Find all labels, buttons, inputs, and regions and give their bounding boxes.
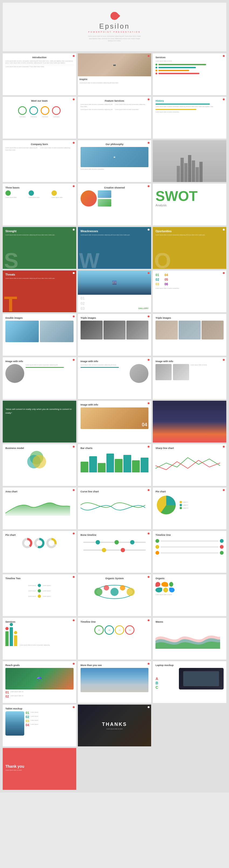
philosophy-image: 🏔 — [80, 147, 149, 167]
triple2-img-1 — [156, 320, 177, 340]
num-02: 02 — [156, 278, 159, 281]
curve-line-slide: Curve line chart — [78, 488, 152, 529]
area-svg — [5, 494, 70, 516]
business-model-slide: Business model — [3, 444, 76, 486]
inspire-body: Lorem ipsum dolor sit amet consectetur a… — [79, 82, 150, 84]
services-bars — [156, 64, 224, 74]
tl2-row-2: Lorem ipsum Lorem ipsum — [5, 589, 73, 592]
bone-line2 — [83, 550, 146, 551]
philosophy-img-icon: 🏔 — [113, 156, 115, 158]
imginfo4-photo2 — [173, 364, 189, 380]
bar-4 — [106, 454, 114, 472]
service-bar-2 — [158, 67, 196, 68]
double-img-2 — [40, 320, 73, 342]
bar-6 — [123, 455, 131, 472]
bone-dot-2 — [115, 540, 119, 545]
tl1-dot-3 — [156, 551, 159, 555]
reach-dot — [73, 663, 75, 665]
service-dot-2 — [156, 67, 157, 68]
service-bar-1 — [158, 64, 206, 65]
bar-3 — [98, 463, 106, 472]
timeline1-title: Timeline One — [156, 534, 224, 536]
tablet-item-1: 01 Lorem ipsum — [26, 711, 38, 715]
imginfo2-photo — [5, 364, 24, 383]
imginfo3-photo — [130, 364, 149, 383]
silhouette-bars — [177, 155, 203, 182]
base-1: Lorem ipsum dolor — [5, 190, 28, 198]
imginfo2-text: Lorem ipsum dolor sit amet consectetur a… — [26, 364, 73, 366]
triple2-img-3 — [201, 320, 224, 340]
sil-bar-2 — [181, 158, 184, 182]
thank-you-sub: Lorem ipsum dolor sit amet — [5, 769, 73, 771]
donut1 — [22, 538, 33, 549]
showreel-title: Creative showreel — [80, 186, 149, 189]
area-chart-slide: Area chart — [3, 488, 76, 529]
showreel-dot — [148, 185, 150, 187]
svg-point-8 — [94, 588, 102, 596]
swot-analysis-slide: SWOT Analysis — [153, 184, 226, 225]
bar-5 — [115, 459, 123, 472]
pie1-container: Label 1 Label 2 Label 3 — [156, 494, 224, 516]
base-2: Lorem ipsum dolor — [29, 190, 51, 198]
imginfo3-text-col: Lorem ipsum dolor sit amet consectetur a… — [80, 364, 129, 383]
tl2-text-r1: Lorem ipsum — [43, 585, 73, 586]
image-info1-slide: 01 02 03 04 05 06 Lorem ipsum dolor sit … — [153, 271, 226, 312]
pie1-leg-1: Label 1 — [180, 501, 188, 503]
history-dot — [223, 98, 225, 100]
pie1-svg — [156, 494, 177, 516]
team-title: Meet our team — [5, 99, 73, 102]
tl2-node-2 — [38, 589, 41, 592]
num-06: 06 — [165, 282, 168, 286]
pie-chart2-slide: Pie chart — [3, 531, 76, 573]
reach-num-2: 02 — [5, 695, 9, 698]
services-slide: Services Lorem ipsum dolor sit amet — [153, 53, 226, 95]
company-title: Company born — [5, 143, 73, 146]
tablet-num-4: 04 — [26, 723, 29, 727]
pie2-donuts — [5, 538, 73, 549]
curve-line-dot — [148, 489, 150, 491]
donut2 — [34, 538, 45, 549]
sil-bar-3 — [184, 163, 188, 182]
tl1-line-2 — [161, 547, 219, 548]
svg-point-12 — [120, 585, 125, 591]
num-03: 03 — [156, 282, 159, 286]
silhouette-bg — [153, 140, 226, 182]
bar-1 — [80, 462, 88, 472]
intro-body: Lorem ipsum dolor sit amet, consectetur … — [5, 60, 73, 64]
waves-title: Waves — [156, 620, 224, 623]
svc2-dot-3 — [14, 631, 17, 634]
bar-7 — [132, 460, 140, 472]
num-04: 04 — [165, 273, 168, 277]
bone-dot — [148, 532, 150, 534]
company-dot — [73, 142, 75, 144]
philosophy-slide: Our philosophy 🏔 Lorem ipsum dolor sit a… — [78, 140, 152, 182]
reach-goals-slide: Reach goals ☂️ 01 Lorem ipsum dolor sit … — [3, 661, 76, 703]
opps-text: Lorem ipsum dolor sit amet consectetur a… — [156, 234, 224, 236]
organic-row-1 — [156, 582, 224, 587]
triple2-container — [156, 320, 224, 340]
base-text-2: Lorem ipsum dolor — [29, 196, 51, 198]
base-circle-1 — [5, 190, 11, 196]
tablet-item-2: 02 Lorem ipsum — [26, 715, 38, 719]
bar-charts-slide: Bar charts — [78, 444, 152, 486]
pie1-dot — [223, 489, 225, 491]
quote-slide: "Ideas will convert in reality only when… — [3, 401, 76, 442]
laptop-letter-c: C — [156, 685, 178, 689]
quote-text: "Ideas will convert in reality only when… — [5, 407, 73, 415]
bone-title: Bone timeline — [80, 534, 149, 536]
services-dot — [223, 55, 225, 57]
team-dot — [73, 98, 75, 100]
tablet-content: 01 Lorem ipsum 02 Lorem ipsum 03 Lorem i… — [5, 711, 73, 736]
tl1-dot-1 — [156, 539, 159, 543]
three-bases-slide: Three bases Lorem ipsum dolor Lorem ipsu… — [3, 184, 76, 225]
philosophy-title: Our philosophy — [80, 143, 149, 146]
company-text-1: Lorem ipsum dolor sit amet consectetur a… — [5, 147, 39, 151]
showreel-img-1 — [98, 190, 111, 198]
services2-dot — [73, 619, 75, 621]
history-text: Lorem ipsum dolor sit amet consectetur a… — [156, 106, 224, 108]
bone-dot-1 — [96, 540, 100, 545]
tablet-item-4: 04 Lorem ipsum — [26, 723, 38, 727]
business-dot — [73, 446, 75, 447]
team-circle-2 — [29, 106, 38, 115]
gallery-icon: 🌆 — [112, 280, 117, 285]
